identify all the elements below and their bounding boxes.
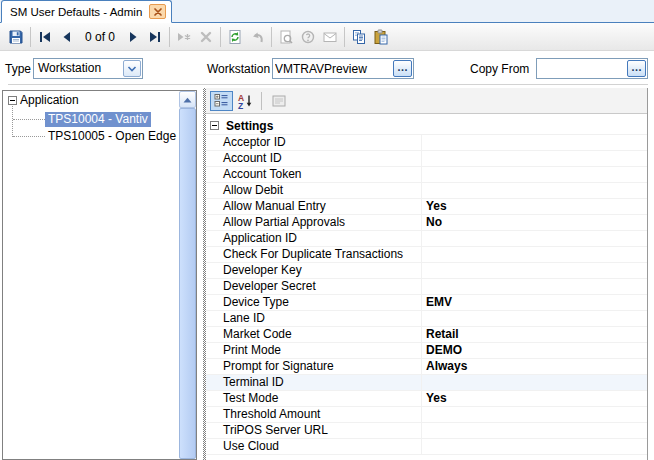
property-row[interactable]: Allow Debit xyxy=(206,183,647,199)
property-name[interactable]: Developer Key xyxy=(206,263,422,278)
property-row[interactable]: Device TypeEMV xyxy=(206,295,647,311)
workstation-browse-button[interactable]: … xyxy=(393,60,412,77)
type-select[interactable]: Workstation xyxy=(33,58,143,79)
property-row[interactable]: Lane ID xyxy=(206,311,647,327)
print-preview-button[interactable] xyxy=(275,26,297,48)
tab-sm-user-defaults[interactable]: SM User Defaults - Admin xyxy=(1,0,172,23)
property-value[interactable] xyxy=(422,231,647,246)
alphabetical-sort-button[interactable]: A Z xyxy=(233,91,256,111)
property-name[interactable]: Account Token xyxy=(206,167,422,182)
property-row[interactable]: Use Cloud xyxy=(206,439,647,455)
property-row[interactable]: Test ModeYes xyxy=(206,391,647,407)
property-value[interactable] xyxy=(422,407,647,422)
workstation-input[interactable] xyxy=(275,61,390,76)
property-row[interactable]: Developer Key xyxy=(206,263,647,279)
property-row[interactable]: Account Token xyxy=(206,167,647,183)
property-value[interactable] xyxy=(422,375,647,390)
property-name[interactable]: Test Mode xyxy=(206,391,422,406)
property-value[interactable] xyxy=(422,183,647,198)
property-name[interactable]: Account ID xyxy=(206,151,422,166)
property-name[interactable]: Print Mode xyxy=(206,343,422,358)
tree-collapse-toggle[interactable] xyxy=(8,96,17,105)
undo-button[interactable] xyxy=(246,26,268,48)
property-value[interactable] xyxy=(422,167,647,182)
type-select-dropdown-button[interactable] xyxy=(123,60,141,77)
tree-item[interactable]: TPS10004 - Vantiv xyxy=(45,112,151,127)
property-value[interactable] xyxy=(422,423,647,438)
tab-close-button[interactable] xyxy=(149,4,166,19)
property-name[interactable]: Allow Partial Approvals xyxy=(206,215,422,230)
scrollbar-thumb[interactable] xyxy=(179,108,196,459)
property-name[interactable]: Device Type xyxy=(206,295,422,310)
property-row[interactable]: Print ModeDEMO xyxy=(206,343,647,359)
copy-button[interactable] xyxy=(348,26,370,48)
property-name[interactable]: Developer Secret xyxy=(206,279,422,294)
property-name[interactable]: Threshold Amount xyxy=(206,407,422,422)
new-record-button[interactable] xyxy=(173,26,195,48)
workstation-label: Workstation xyxy=(207,61,270,77)
copy-from-browse-button[interactable]: … xyxy=(627,60,646,77)
property-value[interactable] xyxy=(422,311,647,326)
property-row[interactable]: Allow Partial ApprovalsNo xyxy=(206,215,647,231)
property-row[interactable]: Account ID xyxy=(206,151,647,167)
copy-icon xyxy=(351,29,367,45)
property-name[interactable]: Use Cloud xyxy=(206,439,422,454)
categorized-button[interactable] xyxy=(210,91,233,111)
property-value[interactable]: Yes xyxy=(422,391,647,406)
application-tree-panel: Application TPS10004 - Vantiv TPS10005 -… xyxy=(2,90,197,460)
last-record-icon xyxy=(147,29,163,45)
property-value[interactable]: Always xyxy=(422,359,647,374)
property-name[interactable]: Lane ID xyxy=(206,311,422,326)
tree-item[interactable]: TPS10005 - Open Edge xyxy=(45,129,179,144)
form-separator xyxy=(8,84,648,85)
refresh-button[interactable] xyxy=(224,26,246,48)
paste-button[interactable] xyxy=(370,26,392,48)
property-pages-button[interactable] xyxy=(267,91,290,111)
property-name[interactable]: Acceptor ID xyxy=(206,135,422,150)
property-row[interactable]: Market CodeRetail xyxy=(206,327,647,343)
category-collapse-toggle[interactable] xyxy=(210,121,219,130)
tree-root-application[interactable]: Application xyxy=(20,93,79,108)
category-row-settings[interactable]: Settings xyxy=(206,117,647,135)
property-row[interactable]: Application ID xyxy=(206,231,647,247)
property-name[interactable]: Terminal ID xyxy=(206,375,422,390)
tree-scrollbar[interactable] xyxy=(179,91,196,459)
property-row[interactable]: Prompt for SignatureAlways xyxy=(206,359,647,375)
property-row[interactable]: Check For Duplicate Transactions xyxy=(206,247,647,263)
property-value[interactable] xyxy=(422,135,647,150)
ellipsis-icon: … xyxy=(397,61,408,73)
property-name[interactable]: Prompt for Signature xyxy=(206,359,422,374)
property-value[interactable] xyxy=(422,247,647,262)
property-value[interactable]: EMV xyxy=(422,295,647,310)
save-button[interactable] xyxy=(5,26,27,48)
property-value[interactable]: No xyxy=(422,215,647,230)
property-row[interactable]: Allow Manual EntryYes xyxy=(206,199,647,215)
scroll-up-button[interactable] xyxy=(179,91,196,108)
property-name[interactable]: Market Code xyxy=(206,327,422,342)
property-name[interactable]: Allow Debit xyxy=(206,183,422,198)
email-button[interactable] xyxy=(319,26,341,48)
next-record-button[interactable] xyxy=(122,26,144,48)
property-name[interactable]: Allow Manual Entry xyxy=(206,199,422,214)
property-value[interactable]: Yes xyxy=(422,199,647,214)
property-value[interactable] xyxy=(422,263,647,278)
last-record-button[interactable] xyxy=(144,26,166,48)
previous-record-button[interactable] xyxy=(56,26,78,48)
property-row[interactable]: Acceptor ID xyxy=(206,135,647,151)
property-value[interactable]: Retail xyxy=(422,327,647,342)
property-row[interactable]: Threshold Amount xyxy=(206,407,647,423)
property-row[interactable]: Developer Secret xyxy=(206,279,647,295)
property-name[interactable]: TriPOS Server URL xyxy=(206,423,422,438)
help-button[interactable] xyxy=(297,26,319,48)
property-row[interactable]: Terminal ID xyxy=(206,375,647,391)
property-value[interactable] xyxy=(422,279,647,294)
first-record-button[interactable] xyxy=(34,26,56,48)
delete-record-button[interactable] xyxy=(195,26,217,48)
property-name[interactable]: Check For Duplicate Transactions xyxy=(206,247,422,262)
property-name[interactable]: Application ID xyxy=(206,231,422,246)
property-row[interactable]: TriPOS Server URL xyxy=(206,423,647,439)
copy-from-input[interactable] xyxy=(539,61,624,76)
property-value[interactable] xyxy=(422,439,647,454)
property-value[interactable]: DEMO xyxy=(422,343,647,358)
property-value[interactable] xyxy=(422,151,647,166)
